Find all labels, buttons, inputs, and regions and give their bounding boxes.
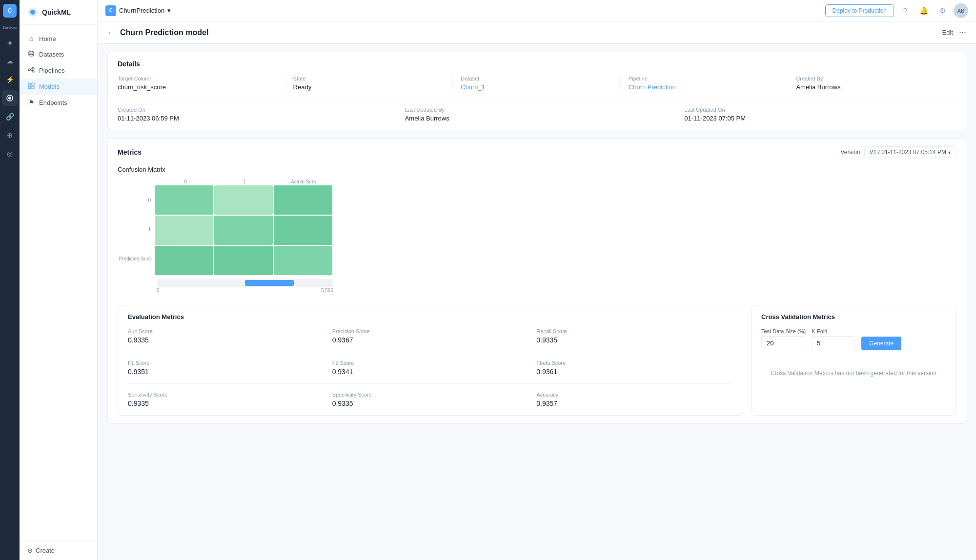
back-button[interactable]: ← bbox=[107, 28, 115, 37]
settings-icon[interactable]: ⚙ bbox=[935, 3, 950, 18]
auc-value: 0.9335 bbox=[128, 336, 325, 344]
create-button[interactable]: ⊕ Create bbox=[27, 547, 89, 554]
topbar-project[interactable]: C ChurnPrediction ▾ bbox=[105, 5, 171, 16]
cm-cell-sum1 bbox=[214, 246, 273, 275]
cm-cell-sum0 bbox=[155, 246, 213, 275]
sensitivity-label: Sensitivity Score bbox=[128, 392, 325, 398]
sidebar: QuickML ⌂ Home Datasets Pipelines Models… bbox=[20, 0, 98, 560]
cross-validation-card: Cross Validation Metrics Test Data Size … bbox=[751, 305, 956, 416]
metrics-section: Metrics Version V1 / 01-11-2023 07:05:14… bbox=[107, 138, 966, 424]
generate-button[interactable]: Generate bbox=[861, 337, 901, 350]
svg-point-6 bbox=[32, 67, 34, 69]
svg-point-1 bbox=[8, 97, 11, 100]
accuracy-label: Accuracy bbox=[536, 392, 733, 398]
detail-created-by: Created By Amelia Burrows bbox=[788, 76, 956, 91]
chevron-down-icon: ▾ bbox=[948, 150, 951, 155]
test-data-field: Test Data Size (%) bbox=[761, 328, 806, 350]
recall-value: 0.9335 bbox=[536, 336, 733, 344]
f1-value: 0.9351 bbox=[128, 368, 325, 376]
eval-fbeta: Fbeta Score 0.9361 bbox=[536, 360, 733, 376]
sidebar-item-datasets-label: Datasets bbox=[39, 51, 64, 58]
svg-rect-13 bbox=[32, 86, 34, 89]
rail-icon-6[interactable]: ⊕ bbox=[2, 127, 18, 143]
project-icon: C bbox=[105, 5, 116, 16]
sidebar-item-home[interactable]: ⌂ Home bbox=[20, 31, 97, 46]
edit-button[interactable]: Edit bbox=[942, 29, 953, 36]
cm-col-label-1: 1 bbox=[216, 179, 274, 184]
sidebar-title: QuickML bbox=[42, 8, 71, 16]
accuracy-value: 0.9357 bbox=[536, 400, 733, 407]
create-plus-icon: ⊕ bbox=[27, 547, 33, 554]
last-updated-on-label: Last Updated On bbox=[684, 107, 948, 113]
eval-f1: F1 Score 0.9351 bbox=[128, 360, 325, 376]
icon-rail: C Services ◈ ☁ ⚡ 🔗 ⊕ ◎ bbox=[0, 0, 20, 560]
rail-icon-4[interactable] bbox=[2, 90, 18, 106]
help-icon[interactable]: ? bbox=[898, 3, 913, 18]
metrics-header: Metrics Version V1 / 01-11-2023 07:05:14… bbox=[118, 146, 956, 158]
svg-line-9 bbox=[30, 70, 32, 71]
rail-icon-2[interactable]: ☁ bbox=[2, 53, 18, 69]
sidebar-item-endpoints[interactable]: ⚑ Endpoints bbox=[20, 95, 97, 110]
sidebar-item-pipelines-label: Pipelines bbox=[39, 67, 65, 74]
models-icon bbox=[27, 82, 35, 91]
sidebar-item-models[interactable]: Models bbox=[20, 79, 97, 95]
sidebar-item-endpoints-label: Endpoints bbox=[39, 99, 67, 106]
kfold-input[interactable] bbox=[812, 336, 855, 350]
create-label: Create bbox=[36, 547, 55, 554]
created-on-label: Created On bbox=[118, 107, 389, 113]
pipeline-value[interactable]: Churn Prediction bbox=[629, 83, 780, 91]
dataset-value[interactable]: Churn_1 bbox=[461, 83, 612, 91]
page-header-right: Edit ··· bbox=[942, 27, 966, 38]
cm-cell-10 bbox=[155, 216, 213, 245]
cm-grid bbox=[155, 185, 332, 275]
target-column-label: Target Column bbox=[118, 76, 277, 81]
eval-metrics-grid-row1: Auc Score 0.9335 Precision Score 0.9367 … bbox=[128, 328, 733, 344]
metrics-title: Metrics bbox=[118, 148, 142, 156]
precision-label: Precision Score bbox=[332, 328, 529, 334]
last-updated-on-value: 01-11-2023 07:05 PM bbox=[684, 115, 948, 122]
sidebar-item-pipelines[interactable]: Pipelines bbox=[20, 62, 97, 79]
eval-metrics-grid-row2: F1 Score 0.9351 F2 Score 0.9341 Fbeta Sc… bbox=[128, 360, 733, 376]
cm-cell-1sum bbox=[274, 216, 332, 245]
user-avatar[interactable]: AB bbox=[954, 3, 968, 18]
cm-cell-00 bbox=[155, 185, 213, 215]
cm-cell-11 bbox=[214, 216, 273, 245]
rail-icon-5[interactable]: 🔗 bbox=[2, 109, 18, 124]
rail-icon-3[interactable]: ⚡ bbox=[2, 72, 18, 87]
cm-row-label-1: 1 bbox=[118, 215, 155, 244]
f1-label: F1 Score bbox=[128, 360, 325, 366]
cm-scale: 0 5,596 bbox=[157, 288, 333, 293]
svg-point-4 bbox=[29, 51, 34, 53]
notification-icon[interactable]: 🔔 bbox=[916, 3, 931, 18]
kfold-label: K-Fold bbox=[812, 328, 855, 334]
rail-icon-1[interactable]: ◈ bbox=[2, 35, 18, 50]
svg-rect-12 bbox=[28, 86, 31, 89]
rail-icon-7[interactable]: ◎ bbox=[2, 146, 18, 161]
created-on-value: 01-11-2023 06:59 PM bbox=[118, 115, 389, 122]
eval-metrics-title: Evaluation Metrics bbox=[128, 313, 733, 320]
project-dropdown-icon[interactable]: ▾ bbox=[167, 7, 171, 14]
deploy-button[interactable]: Deploy to Production bbox=[825, 4, 894, 17]
eval-recall: Recall Score 0.9335 bbox=[536, 328, 733, 344]
rail-logo[interactable]: C bbox=[3, 4, 17, 18]
eval-f2: F2 Score 0.9341 bbox=[332, 360, 529, 376]
sensitivity-value: 0.9335 bbox=[128, 400, 325, 407]
cv-note: Cross Validation Metrics has not been ge… bbox=[761, 370, 946, 377]
svg-rect-10 bbox=[28, 83, 31, 85]
eval-precision: Precision Score 0.9367 bbox=[332, 328, 529, 344]
specificity-label: Specificity Score bbox=[332, 392, 529, 398]
details-grid: Target Column churn_risk_score State Rea… bbox=[118, 76, 956, 99]
cm-cell-sumsum bbox=[274, 246, 332, 275]
details-card: Details Target Column churn_risk_score S… bbox=[107, 52, 966, 130]
eval-auc: Auc Score 0.9335 bbox=[128, 328, 325, 344]
test-data-label: Test Data Size (%) bbox=[761, 328, 806, 334]
more-button[interactable]: ··· bbox=[959, 27, 966, 38]
sidebar-item-datasets[interactable]: Datasets bbox=[20, 46, 97, 62]
cross-val-title: Cross Validation Metrics bbox=[761, 313, 946, 320]
cm-scrollbar[interactable] bbox=[157, 279, 333, 287]
page-title: Churn Prediction model bbox=[120, 28, 208, 37]
page-header-left: ← Churn Prediction model bbox=[107, 28, 208, 37]
version-dropdown[interactable]: V1 / 01-11-2023 07:05:14 PM ▾ bbox=[864, 146, 956, 158]
f2-label: F2 Score bbox=[332, 360, 529, 366]
test-data-input[interactable] bbox=[761, 336, 805, 350]
